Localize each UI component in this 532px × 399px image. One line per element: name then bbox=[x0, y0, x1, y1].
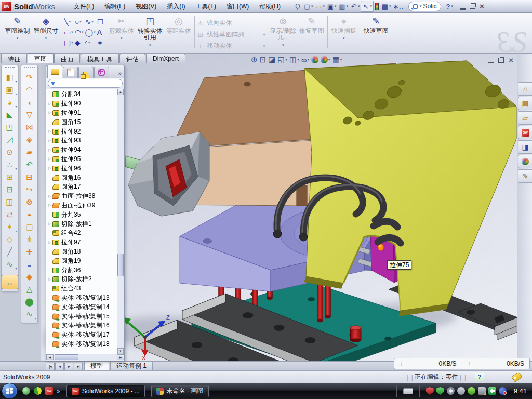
curve-through-points-button[interactable]: ∿▾ bbox=[22, 308, 37, 321]
dropdown-icon[interactable]: ▾ bbox=[15, 79, 17, 83]
display-style-button[interactable]: ◫▾ bbox=[289, 55, 299, 64]
tree-item[interactable]: 分割35 bbox=[47, 210, 124, 219]
taskpane-tab-appearances-scenes[interactable] bbox=[518, 155, 532, 168]
smart-dimension-button[interactable]: ◈智能尺寸▾ bbox=[32, 15, 60, 42]
restore-button[interactable] bbox=[470, 4, 475, 9]
tree-item[interactable]: ▷拉伸93 bbox=[47, 136, 124, 145]
text-button[interactable]: A bbox=[97, 28, 104, 36]
tree-item[interactable]: ▷拉伸94 bbox=[47, 145, 124, 155]
expand-icon[interactable]: ▷ bbox=[47, 102, 52, 106]
taskbar-window-1[interactable]: SWSolidWorks 2009 - ... bbox=[66, 385, 145, 397]
tree-item[interactable]: 分割36 bbox=[47, 265, 124, 275]
dropdown-icon[interactable]: ▾ bbox=[335, 4, 337, 8]
sheet-nav-button[interactable]: ◂ bbox=[55, 363, 64, 370]
dropdown-icon[interactable]: ▾ bbox=[71, 30, 73, 34]
tree-item[interactable]: 圆角17 bbox=[47, 182, 124, 192]
corner-rectangle-button[interactable]: ▭▾ bbox=[64, 28, 73, 36]
dropdown-icon[interactable]: ▾ bbox=[389, 4, 391, 8]
dropdown-icon[interactable]: ▾ bbox=[121, 35, 123, 42]
scroll-down-button[interactable]: ▼ bbox=[117, 348, 124, 354]
rebuild-button[interactable] bbox=[374, 1, 380, 11]
move-face-button[interactable]: ✚ bbox=[22, 246, 37, 258]
curve-button[interactable]: ∿▾ bbox=[3, 258, 17, 271]
split-button[interactable]: ◫ bbox=[3, 196, 17, 208]
scroll-up-button[interactable]: ▲ bbox=[117, 89, 124, 95]
axis-button[interactable]: ╱ bbox=[3, 246, 17, 258]
tray-volume-icon[interactable] bbox=[457, 387, 465, 395]
join-button[interactable]: ⊟ bbox=[3, 183, 17, 196]
tray-health-icon[interactable] bbox=[488, 387, 496, 395]
dropdown-icon[interactable]: ▾ bbox=[15, 229, 17, 233]
display-delete-button[interactable]: ⊚显示/删除几...▾ bbox=[269, 15, 297, 48]
dropdown-icon[interactable]: ▾ bbox=[17, 35, 19, 42]
tree-item[interactable]: 实体-移动/复制18 bbox=[47, 340, 124, 349]
tray-gear-icon[interactable] bbox=[447, 387, 455, 395]
planar-surface-button[interactable]: ▢ bbox=[22, 221, 37, 233]
dropdown-icon[interactable]: ▾ bbox=[311, 4, 313, 8]
sheet-nav-button[interactable]: ▸| bbox=[74, 363, 83, 370]
expand-icon[interactable]: ▷ bbox=[47, 241, 52, 245]
combine-bodies-button[interactable]: ⊞ bbox=[3, 171, 17, 183]
options-button[interactable]: ▤▾ bbox=[380, 1, 392, 11]
dropdown-icon[interactable]: ▾ bbox=[340, 58, 342, 62]
tree-item[interactable]: 圆角15 bbox=[47, 117, 124, 127]
extruded-boss-base-button[interactable]: ◧▾ bbox=[3, 71, 17, 84]
tags-icon[interactable] bbox=[511, 371, 523, 382]
keyboard-layout-icon[interactable] bbox=[403, 388, 413, 394]
dropdown-icon[interactable]: ▾ bbox=[82, 30, 84, 34]
undercut-analysis-button[interactable]: ⋈ bbox=[22, 121, 37, 134]
quick-snaps-button[interactable]: ⌖快速捕捉▾ bbox=[329, 15, 358, 42]
draft-analysis-button[interactable]: ▽ bbox=[22, 109, 37, 121]
taskpane-tab-design-library[interactable]: ▤ bbox=[518, 97, 532, 110]
tab-特征[interactable]: 特征 bbox=[1, 54, 27, 63]
tree-filter-input[interactable] bbox=[48, 79, 123, 88]
dropdown-icon[interactable]: ▾ bbox=[94, 30, 96, 34]
extruded-cut-button[interactable]: ▣▾ bbox=[3, 84, 17, 96]
tray-sync-icon[interactable] bbox=[499, 387, 507, 395]
polygon-button[interactable]: ◆ bbox=[75, 38, 84, 47]
close-button[interactable]: × bbox=[480, 4, 484, 9]
draft-button[interactable]: ◿ bbox=[3, 134, 17, 146]
dropdown-icon[interactable]: ▾ bbox=[69, 20, 71, 24]
doc-minimize-button[interactable] bbox=[488, 57, 494, 63]
pin-button[interactable]: Ϙ bbox=[293, 1, 302, 11]
tree-item[interactable]: 分割34 bbox=[47, 90, 124, 99]
rapid-sketch-button[interactable]: ✎快速草图 bbox=[362, 15, 390, 34]
tree-item[interactable]: 圆角19 bbox=[47, 256, 124, 265]
dropdown-icon[interactable]: ▾ bbox=[263, 33, 265, 37]
tree-item[interactable]: ▷拉伸95 bbox=[47, 155, 124, 164]
tab-曲面[interactable]: 曲面 bbox=[54, 54, 80, 63]
print-button[interactable]: ▥▾ bbox=[337, 1, 349, 11]
save-button[interactable]: ▣▾ bbox=[326, 1, 338, 11]
doc-close-button[interactable]: × bbox=[509, 58, 513, 63]
tray-wireless-icon[interactable] bbox=[478, 387, 486, 395]
panel-tab-featuremanager[interactable] bbox=[47, 65, 62, 78]
taskpane-tab-home[interactable]: ⌂ bbox=[518, 82, 532, 96]
menubar-item[interactable]: 插入(I) bbox=[162, 1, 190, 12]
scroll-thumb[interactable] bbox=[55, 354, 78, 360]
selection-box-button[interactable]: ☐ bbox=[97, 18, 104, 26]
boundary-boss-button[interactable]: ◖ bbox=[22, 96, 37, 109]
tree-item[interactable]: ▷拉伸96 bbox=[47, 164, 124, 173]
expand-icon[interactable]: ▷ bbox=[47, 277, 52, 282]
taskbar-window-2[interactable]: 未命名 - 画图 bbox=[151, 385, 209, 397]
cylinder-button[interactable]: ⬤ bbox=[22, 296, 37, 308]
dropdown-icon[interactable]: ▾ bbox=[286, 58, 288, 62]
edit-appearance-button[interactable]: ▾ bbox=[321, 56, 330, 63]
radiate-surface-button[interactable]: ◆ bbox=[22, 271, 37, 283]
scroll-thumb[interactable] bbox=[117, 254, 124, 276]
ellipse-button[interactable]: ◯▾ bbox=[85, 28, 95, 36]
quicklaunch-solidworks[interactable]: SW bbox=[45, 387, 53, 395]
tooling-split-button[interactable]: ⊟ bbox=[22, 171, 37, 183]
tree-item[interactable]: 实体-移动/复制14 bbox=[47, 302, 124, 312]
dropdown-icon[interactable]: ▾ bbox=[282, 42, 284, 48]
taskpane-tab-custom-properties[interactable]: ✎ bbox=[518, 169, 532, 183]
straight-slot-button[interactable]: ▢▾ bbox=[64, 38, 73, 47]
tree-item[interactable]: ▷切除-放样2 bbox=[47, 275, 124, 284]
plane-button[interactable]: ◇ bbox=[3, 233, 17, 246]
menubar-item[interactable]: 窗口(W) bbox=[221, 1, 254, 12]
select-button[interactable]: ↖▾ bbox=[361, 1, 374, 12]
section-view-button[interactable]: ◪ bbox=[268, 55, 275, 64]
expand-icon[interactable]: ▷ bbox=[47, 222, 52, 226]
tree-item[interactable]: 圆角18 bbox=[47, 247, 124, 257]
